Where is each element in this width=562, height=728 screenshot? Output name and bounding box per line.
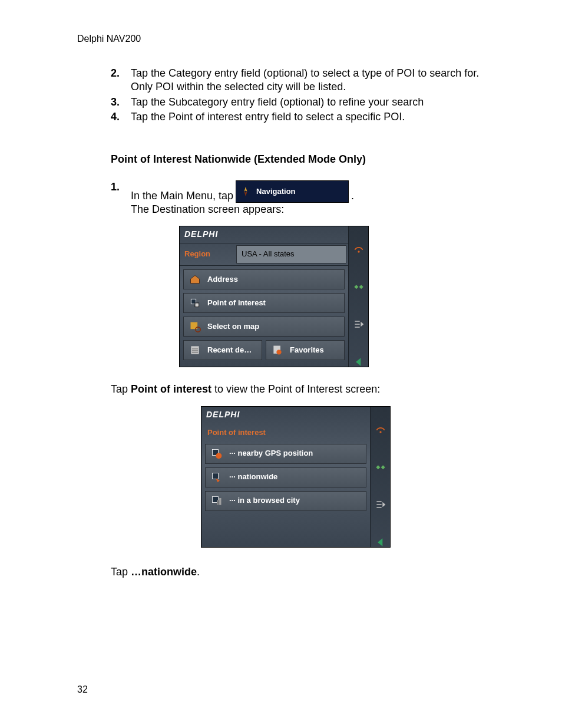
- menu-back-icon[interactable]: [349, 318, 368, 330]
- svg-rect-20: [381, 465, 385, 469]
- main-content: 2. Tap the Category entry field (optiona…: [111, 67, 481, 579]
- svg-rect-17: [219, 498, 221, 505]
- gps-icon: [209, 448, 224, 460]
- after-instruction: Tap …nationwide.: [111, 565, 481, 579]
- svg-rect-11: [359, 285, 363, 289]
- after-pre: Tap: [111, 566, 131, 578]
- mid-bold: Point of interest: [131, 383, 211, 395]
- compass-icon: [239, 185, 253, 199]
- step-number: 4.: [111, 110, 131, 124]
- back-icon[interactable]: [349, 356, 368, 368]
- brand-label: DELPHI: [201, 407, 370, 423]
- svg-rect-14: [213, 473, 219, 479]
- favorites-row[interactable]: Favorites: [266, 340, 345, 360]
- step-item: 3. Tap the Subcategory entry field (opti…: [111, 95, 481, 109]
- svg-rect-16: [217, 500, 219, 505]
- poi-row[interactable]: Point of interest: [183, 293, 345, 313]
- mid-pre: Tap: [111, 383, 131, 395]
- poi-city-row[interactable]: ··· in a browsed city: [205, 491, 366, 511]
- select-map-row[interactable]: Select on map: [183, 317, 345, 337]
- navigation-button-label: Navigation: [256, 187, 295, 197]
- section-title: Point of Interest Nationwide (Extended M…: [111, 153, 481, 166]
- menu-back-icon[interactable]: [371, 499, 390, 510]
- step-number: 3.: [111, 95, 131, 109]
- nation-icon: [209, 472, 224, 483]
- page-number: 32: [77, 684, 88, 695]
- svg-point-18: [379, 431, 381, 433]
- row-label: Address: [207, 275, 238, 285]
- row-label: ··· in a browsed city: [229, 496, 300, 506]
- region-value[interactable]: USA - All states: [236, 245, 346, 263]
- svg-point-13: [216, 453, 222, 459]
- row-label: Recent de…: [207, 345, 252, 355]
- svg-point-8: [276, 350, 281, 354]
- brand-label: DELPHI: [180, 226, 348, 243]
- row-label: ··· nationwide: [229, 472, 277, 482]
- step-text: Tap the Category entry field (optional) …: [131, 67, 481, 94]
- destination-screen: DELPHI Region USA - All states Address P…: [179, 226, 369, 367]
- step-number: 2.: [111, 67, 131, 94]
- map-pick-icon: [187, 321, 203, 332]
- step-item: 4. Tap the Point of interest entry field…: [111, 110, 481, 124]
- satellite-icon[interactable]: [371, 461, 390, 473]
- signal-icon[interactable]: [349, 243, 368, 255]
- step-number: 1.: [111, 180, 131, 367]
- step1-post: The Destination screen appears:: [131, 203, 284, 216]
- favorites-icon: [270, 344, 285, 356]
- step-1: 1. In the Main Menu, tap Navigation . Th…: [111, 180, 481, 367]
- satellite-icon[interactable]: [349, 281, 368, 292]
- after-post: .: [197, 566, 200, 578]
- row-label: Select on map: [207, 322, 259, 332]
- step1-pre: In the Main Menu, tap: [131, 189, 233, 203]
- step-text: Tap the Point of interest entry field to…: [131, 110, 481, 124]
- poi-title: Point of interest: [201, 423, 370, 440]
- device-sidebar: [370, 407, 390, 547]
- address-row[interactable]: Address: [183, 269, 345, 289]
- back-icon[interactable]: [371, 536, 390, 548]
- row-label: Point of interest: [207, 298, 266, 308]
- svg-marker-0: [244, 187, 247, 192]
- navigation-button[interactable]: Navigation: [236, 180, 349, 203]
- step-item: 2. Tap the Category entry field (optiona…: [111, 67, 481, 94]
- poi-gps-row[interactable]: ··· nearby GPS position: [205, 444, 366, 464]
- poi-screen: DELPHI Point of interest ··· nearby GPS …: [201, 406, 391, 548]
- recent-row[interactable]: Recent de…: [183, 340, 262, 360]
- city-icon: [209, 495, 224, 507]
- step-text: Tap the Subcategory entry field (optiona…: [131, 95, 481, 109]
- header-product: Delphi NAV200: [77, 34, 141, 44]
- recent-icon: [187, 344, 203, 356]
- top-steps-list: 2. Tap the Category entry field (optiona…: [111, 67, 481, 124]
- house-icon: [187, 274, 203, 285]
- mid-post: to view the Point of Interest screen:: [211, 383, 380, 395]
- after-bold: …nationwide: [131, 566, 197, 578]
- region-label: Region: [180, 246, 236, 263]
- svg-marker-1: [244, 192, 247, 196]
- region-row[interactable]: Region USA - All states: [180, 243, 348, 266]
- svg-point-9: [358, 251, 359, 253]
- svg-point-5: [196, 327, 200, 332]
- poi-icon: [187, 297, 203, 309]
- device-sidebar: [348, 226, 368, 367]
- svg-rect-19: [376, 465, 380, 469]
- poi-nationwide-row[interactable]: ··· nationwide: [205, 467, 366, 487]
- row-label: Favorites: [290, 345, 324, 355]
- signal-icon[interactable]: [371, 423, 390, 435]
- svg-rect-10: [354, 285, 358, 289]
- mid-instruction: Tap Point of interest to view the Point …: [111, 383, 481, 396]
- svg-rect-3: [195, 303, 199, 307]
- row-label: ··· nearby GPS position: [229, 449, 313, 459]
